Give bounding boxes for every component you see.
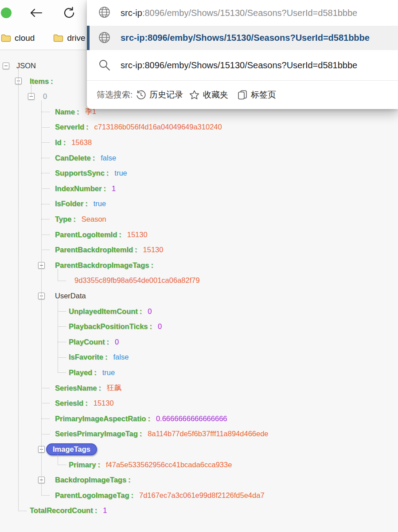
arrow-left-icon bbox=[29, 8, 43, 18]
key-colon: : bbox=[103, 184, 106, 193]
tree-guide-line bbox=[58, 269, 58, 281]
json-node-label[interactable]: ImageTags bbox=[53, 445, 90, 454]
key-colon: : bbox=[63, 138, 66, 147]
selection-accent-bar bbox=[87, 26, 90, 50]
tree-leaf-connector bbox=[58, 372, 66, 373]
bookmark-folder-drive[interactable]: drive bbox=[53, 33, 85, 43]
filter-bar-label: 筛选搜索: bbox=[97, 81, 133, 109]
tree-leaf-connector bbox=[41, 434, 50, 434]
tree-row-CanDelete: CanDelete:false bbox=[0, 150, 398, 166]
tree-row-value: 9d3355c89fb98a654de001ca06a82f79 bbox=[0, 273, 398, 288]
tree-leaf-connector bbox=[41, 495, 50, 496]
tree-row-ImageTags: ImageTags bbox=[0, 442, 398, 457]
json-node-label[interactable]: UserData bbox=[55, 292, 86, 300]
refresh-icon bbox=[62, 6, 76, 20]
json-value: 1 bbox=[103, 506, 107, 515]
tree-row-PrimaryImageAspectRatio: PrimaryImageAspectRatio:0.66666666666666… bbox=[0, 411, 398, 426]
reload-button[interactable] bbox=[62, 5, 77, 20]
json-key: CanDelete bbox=[55, 154, 91, 162]
tree-leaf-connector bbox=[41, 250, 50, 250]
json-key: ParentLogoImageTag bbox=[55, 491, 129, 500]
tree-leaf-connector bbox=[41, 112, 50, 112]
json-value: c713186b056f4d16a04049649a310240 bbox=[94, 123, 222, 131]
key-colon: : bbox=[94, 368, 97, 377]
json-node-label[interactable]: ParentBackdropImageTags bbox=[55, 261, 149, 270]
key-colon: : bbox=[131, 491, 133, 500]
tree-leaf-connector bbox=[41, 173, 50, 173]
json-key: UnplayedItemCount bbox=[69, 307, 138, 316]
json-value: 15130 bbox=[127, 231, 148, 239]
json-value: f47a5e533562956cc41bcada6cca933e bbox=[106, 461, 232, 469]
json-value: 狂飙 bbox=[107, 383, 121, 393]
tree-leaf-connector bbox=[41, 158, 50, 158]
tree-row-UserData: UserData bbox=[0, 288, 398, 304]
tree-leaf-connector bbox=[58, 281, 66, 281]
tree-guide-line bbox=[41, 101, 42, 496]
key-colon: : bbox=[98, 384, 101, 392]
suggestion-search[interactable]: src-ip:8096/emby/Shows/15130/Seasons?Use… bbox=[87, 50, 398, 80]
tree-leaf-connector bbox=[58, 357, 66, 358]
globe-icon bbox=[98, 31, 110, 43]
tree-row-ParentBackdropImageTags: ParentBackdropImageTags: bbox=[0, 258, 398, 273]
tree-row-Primary: Primary:f47a5e533562956cc41bcada6cca933e bbox=[0, 457, 398, 473]
key-colon: : bbox=[140, 307, 142, 316]
tree-leaf-connector bbox=[41, 188, 50, 189]
tree-leaf-connector bbox=[41, 219, 50, 219]
suggestion-url-selected[interactable]: src-ip:8096/emby/Shows/15130/Seasons?Use… bbox=[87, 26, 398, 50]
key-colon: : bbox=[93, 154, 95, 162]
key-colon: : bbox=[128, 476, 131, 484]
key-colon: : bbox=[105, 353, 108, 361]
key-colon: : bbox=[85, 399, 88, 407]
tree-row-SeriesPrimaryImageTag: SeriesPrimaryImageTag:8a114b77de5f6b37ff… bbox=[0, 426, 398, 442]
tree-row-ServerId: ServerId:c713186b056f4d16a04049649a31024… bbox=[0, 119, 398, 135]
json-node-label[interactable]: BackdropImageTags bbox=[55, 476, 126, 484]
key-colon: : bbox=[51, 77, 53, 86]
tree-row-Played: Played:true bbox=[0, 365, 398, 380]
globe-icon bbox=[98, 6, 110, 18]
json-value: 9d3355c89fb98a654de001ca06a82f79 bbox=[74, 276, 200, 285]
back-button[interactable] bbox=[28, 5, 43, 20]
bookmark-folder-cloud[interactable]: cloud bbox=[1, 33, 35, 43]
tree-leaf-connector bbox=[18, 511, 27, 511]
collapse-toggle[interactable] bbox=[3, 63, 9, 69]
json-key: SeriesPrimaryImageTag bbox=[55, 430, 138, 438]
json-value: 15130 bbox=[94, 399, 114, 407]
filter-history[interactable]: 历史记录 bbox=[136, 81, 183, 109]
key-colon: : bbox=[150, 322, 152, 331]
json-value: 7d167ec7a3c061e99d8f2126fd5e4da7 bbox=[139, 491, 265, 500]
json-key: PlayCount bbox=[69, 338, 105, 346]
window-traffic-light-green[interactable] bbox=[1, 8, 12, 18]
json-key: Primary bbox=[69, 461, 96, 469]
tree-leaf-connector bbox=[58, 311, 66, 312]
filter-favorites[interactable]: 收藏夹 bbox=[189, 81, 228, 109]
tabs-icon bbox=[237, 90, 248, 100]
json-key: ServerId bbox=[55, 123, 84, 131]
key-colon: : bbox=[86, 123, 89, 131]
minus-icon bbox=[4, 66, 8, 66]
json-key: IsFolder bbox=[55, 200, 83, 208]
json-value: Season bbox=[82, 215, 106, 223]
json-node-label[interactable]: Items bbox=[30, 77, 49, 86]
history-icon bbox=[136, 90, 146, 100]
key-colon: : bbox=[73, 215, 76, 223]
tree-leaf-connector bbox=[41, 388, 50, 388]
tree-leaf-connector bbox=[58, 342, 66, 342]
tree-row-IsFavorite: IsFavorite:false bbox=[0, 349, 398, 365]
key-colon: : bbox=[85, 200, 88, 208]
tree-guide-line bbox=[18, 70, 19, 511]
tree-row-PlayCount: PlayCount:0 bbox=[0, 334, 398, 350]
suggestion-url[interactable]: src-ip:8096/emby/Shows/15130/Seasons?Use… bbox=[87, 0, 398, 26]
key-colon: : bbox=[98, 461, 100, 469]
json-value: 0 bbox=[148, 307, 152, 316]
json-value: false bbox=[113, 353, 129, 361]
json-key: Name bbox=[55, 108, 75, 116]
tree-row-TotalRecordCount: TotalRecordCount:1 bbox=[0, 503, 398, 518]
json-node-label[interactable]: 0 bbox=[43, 92, 47, 101]
folder-icon bbox=[53, 34, 63, 42]
tree-leaf-connector bbox=[41, 403, 50, 403]
json-node-label[interactable]: JSON bbox=[16, 62, 36, 70]
selected-node-badge[interactable]: ImageTags bbox=[46, 443, 97, 455]
json-value: 0 bbox=[115, 338, 119, 346]
bookmark-label: drive bbox=[67, 33, 85, 43]
filter-tabs[interactable]: 标签页 bbox=[237, 81, 276, 109]
